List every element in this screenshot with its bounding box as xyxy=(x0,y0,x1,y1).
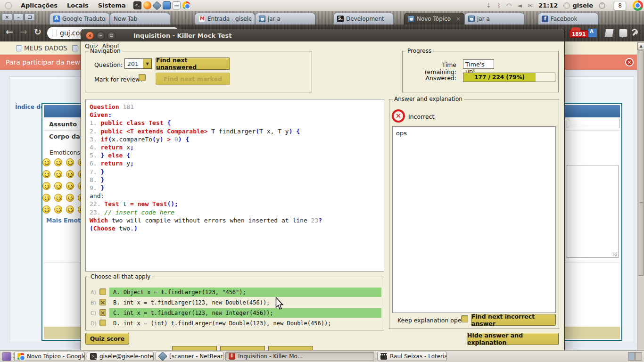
taskbar-button[interactable]: Raul Seixas - Loteria ... xyxy=(377,352,447,361)
wrench-icon[interactable] xyxy=(630,29,639,37)
hide-answer-button[interactable]: Hide answer and explanation xyxy=(467,333,559,345)
keep-open-checkbox[interactable] xyxy=(461,315,468,322)
emoticon-icon[interactable] xyxy=(42,170,50,178)
translate-icon[interactable] xyxy=(588,29,597,37)
answer-option[interactable]: D)D. int x = (int) t.findLarger(new Doub… xyxy=(89,319,381,328)
notification-badge[interactable]: 8 xyxy=(614,1,626,10)
assunto-input[interactable] xyxy=(567,119,619,128)
taskbar-button[interactable]: Inquisition - Killer Mo... xyxy=(225,352,374,361)
workspace-1[interactable] xyxy=(628,352,635,361)
emoticon-icon[interactable] xyxy=(54,158,62,166)
option-checkbox[interactable]: × xyxy=(99,299,106,305)
wifi-icon[interactable]: ◠ xyxy=(506,2,512,9)
partial-button[interactable] xyxy=(172,346,217,350)
firefox-icon[interactable] xyxy=(143,1,151,9)
answer-option[interactable]: A)A. Object x = t.findLarger(123, "456")… xyxy=(89,288,381,297)
option-checkbox[interactable]: × xyxy=(99,309,106,316)
workspace-2[interactable] xyxy=(635,352,642,361)
emoticon-icon[interactable] xyxy=(42,206,50,214)
user-avatar-icon xyxy=(563,2,570,9)
show-desktop-button[interactable] xyxy=(2,352,11,361)
emoticon-icon[interactable] xyxy=(54,182,62,190)
emoticon-icon[interactable] xyxy=(66,158,74,166)
partial-button[interactable] xyxy=(268,346,313,350)
user-menu[interactable]: gisele xyxy=(563,2,593,9)
chevron-down-icon[interactable]: ▼ xyxy=(143,59,151,68)
emoticon-icon[interactable] xyxy=(54,170,62,178)
emoticon-icon[interactable] xyxy=(54,194,62,202)
answer-option[interactable]: B)×B. int x = t.findLarger(123, new Doub… xyxy=(89,298,381,307)
document-icon[interactable] xyxy=(173,1,181,9)
partial-button[interactable] xyxy=(220,346,265,350)
panel-menu-aplicações[interactable]: Aplicações xyxy=(16,2,62,9)
reload-button[interactable]: ↻ xyxy=(34,26,41,37)
taskbar-button[interactable]: gisele@gisele-noteb... xyxy=(87,352,154,361)
scrollbar-thumb[interactable] xyxy=(638,50,644,276)
chrome-icon[interactable] xyxy=(633,0,643,11)
panel-menu-locais[interactable]: Locais xyxy=(62,2,93,9)
message-textarea[interactable] xyxy=(567,165,619,258)
extension-badge[interactable]: 1891 xyxy=(569,30,588,38)
answer-option[interactable]: C)×C. int x = t.findLarger(123, new Inte… xyxy=(89,308,381,318)
emoticon-icon[interactable] xyxy=(66,182,74,190)
forward-button[interactable]: → xyxy=(20,26,27,37)
browser-tab[interactable]: New Tab xyxy=(110,13,170,25)
find-next-unanswered-button[interactable]: Find next unanswered xyxy=(156,58,230,70)
maximize-icon[interactable] xyxy=(107,32,116,40)
mail-icon[interactable]: ✉ xyxy=(528,2,533,9)
netbeans-icon[interactable] xyxy=(152,1,162,10)
emoticon-icon[interactable] xyxy=(66,170,74,178)
news-icon[interactable] xyxy=(604,29,614,37)
panel-menu-sistema[interactable]: Sistema xyxy=(93,2,131,9)
browser-tab[interactable]: Development xyxy=(333,13,394,25)
option-prefix: C) xyxy=(91,310,96,316)
tab-close-icon[interactable]: × xyxy=(456,16,461,22)
mark-review-checkbox[interactable] xyxy=(139,74,146,81)
emoticon-icon[interactable] xyxy=(66,194,74,202)
back-button[interactable]: ← xyxy=(6,26,13,37)
page-scrollbar[interactable]: ▲ xyxy=(637,42,644,350)
chat-icon[interactable] xyxy=(619,29,627,37)
notice-close-icon[interactable]: ✕ xyxy=(625,58,634,66)
dropbox-icon[interactable] xyxy=(163,1,171,9)
window-titlebar[interactable]: × – Inquisition - Killer Mock Test xyxy=(81,29,564,41)
emoticon-icon[interactable] xyxy=(54,206,62,214)
chrome-icon[interactable] xyxy=(182,1,190,9)
browser-tab[interactable]: Facebook xyxy=(538,13,598,25)
option-checkbox[interactable] xyxy=(99,288,106,295)
window-close-button[interactable]: × xyxy=(2,13,12,21)
option-text: C. int x = t.findLarger(123, new Integer… xyxy=(109,308,381,318)
find-next-incorrect-button[interactable]: Find next incorrect answer xyxy=(471,314,556,326)
browser-tab[interactable]: Google Tradutor xyxy=(50,13,110,25)
quiz-score-button[interactable]: Quiz score xyxy=(85,333,129,345)
browser-tab[interactable]: jar a xyxy=(255,13,315,25)
browser-tab[interactable]: Novo Tópico× xyxy=(404,13,464,25)
updates-icon[interactable]: ⇣ xyxy=(486,2,491,9)
taskbar-button[interactable]: [scanner - NetBeans I... xyxy=(156,352,223,361)
emoticon-icon[interactable] xyxy=(42,158,50,166)
close-icon[interactable]: × xyxy=(86,32,94,40)
resize-handle[interactable] xyxy=(613,252,617,256)
power-icon[interactable] xyxy=(599,2,605,9)
taskbar-button[interactable]: Novo Tópico - Google... xyxy=(14,352,85,361)
option-checkbox[interactable] xyxy=(99,320,106,326)
workspace-switcher[interactable] xyxy=(628,352,642,361)
clock[interactable]: 21:12 xyxy=(538,2,558,9)
choose-legend: Choose all that apply xyxy=(89,273,152,280)
window-minimize-button[interactable]: – xyxy=(13,13,24,21)
minimize-icon[interactable]: – xyxy=(97,32,105,40)
panel-menus: AplicaçõesLocaisSistema xyxy=(16,2,131,9)
link-meus-dados[interactable]: MEUS DADOS xyxy=(16,44,67,52)
emoticon-icon[interactable] xyxy=(66,206,74,214)
volume-icon[interactable]: ◄ xyxy=(517,2,522,9)
emoticon-icon[interactable] xyxy=(42,194,50,202)
terminal-icon[interactable] xyxy=(133,1,141,9)
bluetooth-icon[interactable]: ᛒ xyxy=(497,2,501,9)
window-restore-button[interactable] xyxy=(25,13,35,21)
question-combobox[interactable]: 201 ▼ xyxy=(124,58,152,69)
browser-tab[interactable]: Entrada - giselezro xyxy=(195,13,255,25)
explanation-textarea[interactable]: ops xyxy=(392,126,556,313)
browser-tab[interactable]: jar a xyxy=(464,13,525,25)
emoticon-icon[interactable] xyxy=(42,182,50,190)
scroll-up-icon[interactable]: ▲ xyxy=(637,42,644,50)
